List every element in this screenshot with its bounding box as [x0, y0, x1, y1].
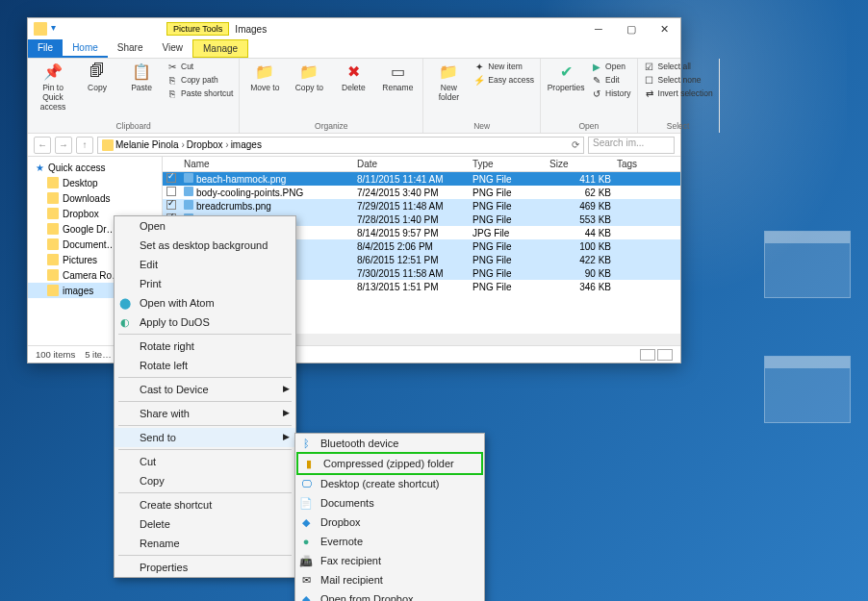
ctx-share-with[interactable]: Share with▶: [115, 404, 295, 423]
move-to-button[interactable]: 📁Move to: [245, 61, 284, 92]
search-input[interactable]: Search im...: [588, 137, 675, 154]
ctx-send-to[interactable]: Send to▶: [115, 428, 295, 447]
image-file-icon: [184, 173, 193, 183]
col-type[interactable]: Type: [472, 159, 549, 169]
titlebar: ▾ Picture Tools Images ─ ▢ ✕: [28, 18, 680, 39]
tab-home[interactable]: Home: [63, 39, 108, 58]
file-name: beach-hammock.png: [184, 173, 357, 185]
sidebar-item[interactable]: Downloads: [28, 190, 162, 206]
cut-button[interactable]: ✂Cut: [166, 61, 233, 72]
ctx-apply-duos[interactable]: ◐Apply to DuOS: [115, 313, 295, 332]
ctx-cut[interactable]: Cut: [115, 452, 295, 471]
col-size[interactable]: Size: [549, 159, 617, 169]
thumbnails-view-button[interactable]: [657, 349, 673, 361]
sidebar-item-label: Camera Ro…: [63, 270, 121, 281]
select-none-button[interactable]: ☐Select none: [644, 74, 713, 86]
ctx-properties[interactable]: Properties: [115, 558, 295, 577]
refresh-icon[interactable]: ⟳: [572, 139, 579, 150]
col-date[interactable]: Date: [357, 159, 472, 169]
sendto-evernote[interactable]: ●Evernote: [295, 532, 484, 551]
ctx-cast[interactable]: Cast to Device▶: [115, 380, 295, 399]
sendto-mail[interactable]: ✉Mail recipient: [295, 570, 484, 589]
invert-selection-button[interactable]: ⇄Invert selection: [644, 88, 713, 99]
checkbox[interactable]: [166, 173, 176, 183]
file-type: PNG File: [472, 241, 549, 252]
paste-shortcut-icon: ⎘: [166, 88, 178, 99]
maximize-button[interactable]: ▢: [615, 19, 648, 38]
folder-icon: [47, 238, 59, 250]
minimize-button[interactable]: ─: [582, 19, 615, 38]
new-folder-icon: 📁: [438, 61, 459, 82]
fax-icon: 📠: [299, 554, 313, 567]
breadcrumb[interactable]: Melanie Pinola Dropbox images ⟳: [97, 137, 584, 154]
open-button[interactable]: ▶Open: [591, 61, 630, 72]
up-button[interactable]: ↑: [76, 137, 93, 154]
new-item-button[interactable]: ✦New item: [473, 61, 534, 72]
sendto-fax[interactable]: 📠Fax recipient: [295, 551, 484, 570]
cut-icon: ✂: [166, 61, 178, 72]
ctx-print[interactable]: Print: [115, 274, 295, 293]
tab-file[interactable]: File: [28, 39, 63, 58]
sendto-desktop[interactable]: 🖵Desktop (create shortcut): [295, 474, 484, 493]
new-folder-button[interactable]: 📁New folder: [429, 61, 468, 102]
ctx-copy[interactable]: Copy: [115, 471, 295, 490]
folder-icon: [47, 177, 59, 188]
qat-icon[interactable]: ▾: [51, 22, 64, 36]
checkbox[interactable]: [166, 200, 176, 210]
copy-path-button[interactable]: ⎘Copy path: [166, 74, 233, 86]
close-button[interactable]: ✕: [648, 19, 680, 38]
file-row[interactable]: breadcrumbs.png7/29/2015 11:48 AMPNG Fil…: [163, 199, 680, 213]
ctx-set-background[interactable]: Set as desktop background: [115, 236, 295, 255]
file-size: 100 KB: [549, 241, 617, 252]
ctx-rename[interactable]: Rename: [115, 534, 295, 553]
sendto-open-dropbox[interactable]: ◆Open from Dropbox: [295, 589, 484, 601]
paste-button[interactable]: 📋Paste: [122, 61, 161, 92]
ctx-edit[interactable]: Edit: [115, 255, 295, 274]
ctx-rotate-left[interactable]: Rotate left: [115, 356, 295, 375]
file-row[interactable]: body-cooling-points.PNG7/24/2015 3:40 PM…: [163, 186, 680, 199]
crumb[interactable]: Melanie Pinola: [115, 139, 185, 150]
paste-shortcut-button[interactable]: ⎘Paste shortcut: [166, 88, 233, 99]
zip-folder-icon: ▮: [302, 457, 316, 470]
properties-button[interactable]: ✔Properties: [547, 61, 585, 92]
context-tab[interactable]: Picture Tools: [166, 22, 229, 36]
sidebar-item[interactable]: Desktop: [28, 175, 162, 190]
tab-manage[interactable]: Manage: [192, 39, 248, 58]
ctx-open-with-atom[interactable]: ⬤Open with Atom: [115, 293, 295, 313]
crumb[interactable]: images: [231, 139, 262, 150]
file-date: 7/28/2015 1:40 PM: [357, 214, 472, 225]
back-button[interactable]: ←: [34, 137, 51, 154]
ctx-delete[interactable]: Delete: [115, 514, 295, 534]
select-all-button[interactable]: ☑Select all: [644, 61, 713, 72]
copy-button[interactable]: 🗐Copy: [78, 61, 116, 92]
ctx-rotate-right[interactable]: Rotate right: [115, 337, 295, 356]
sendto-compressed-folder[interactable]: ▮Compressed (zipped) folder: [296, 452, 483, 475]
edit-button[interactable]: ✎Edit: [591, 74, 630, 86]
crumb[interactable]: Dropbox: [187, 139, 229, 150]
forward-button[interactable]: →: [55, 137, 72, 154]
delete-button[interactable]: ✖Delete: [334, 61, 372, 92]
ctx-create-shortcut[interactable]: Create shortcut: [115, 495, 295, 514]
ctx-open[interactable]: Open: [115, 216, 295, 236]
easy-access-button[interactable]: ⚡Easy access: [473, 74, 534, 86]
file-size: 90 KB: [549, 268, 617, 279]
dropbox-icon: ◆: [299, 592, 313, 601]
select-none-icon: ☐: [644, 74, 655, 86]
col-tags[interactable]: Tags: [617, 159, 665, 169]
tab-view[interactable]: View: [153, 39, 193, 58]
sendto-documents[interactable]: 📄Documents: [295, 493, 484, 513]
copy-to-button[interactable]: 📁Copy to: [290, 61, 328, 92]
sendto-bluetooth[interactable]: ᛒBluetooth device: [295, 434, 484, 453]
checkbox[interactable]: [166, 187, 176, 196]
sidebar-header[interactable]: ★Quick access: [28, 161, 162, 175]
history-button[interactable]: ↺History: [591, 88, 630, 99]
rename-button[interactable]: ▭Rename: [378, 61, 417, 92]
sendto-dropbox[interactable]: ◆Dropbox: [295, 513, 484, 532]
column-headers[interactable]: Name Date Type Size Tags: [163, 157, 680, 172]
file-row[interactable]: beach-hammock.png8/11/2015 11:41 AMPNG F…: [163, 172, 680, 186]
details-view-button[interactable]: [640, 349, 655, 361]
group-label: Clipboard: [34, 121, 233, 131]
tab-share[interactable]: Share: [108, 39, 153, 58]
col-name[interactable]: Name: [184, 159, 357, 169]
pin-button[interactable]: 📌Pin to Quick access: [34, 61, 72, 112]
